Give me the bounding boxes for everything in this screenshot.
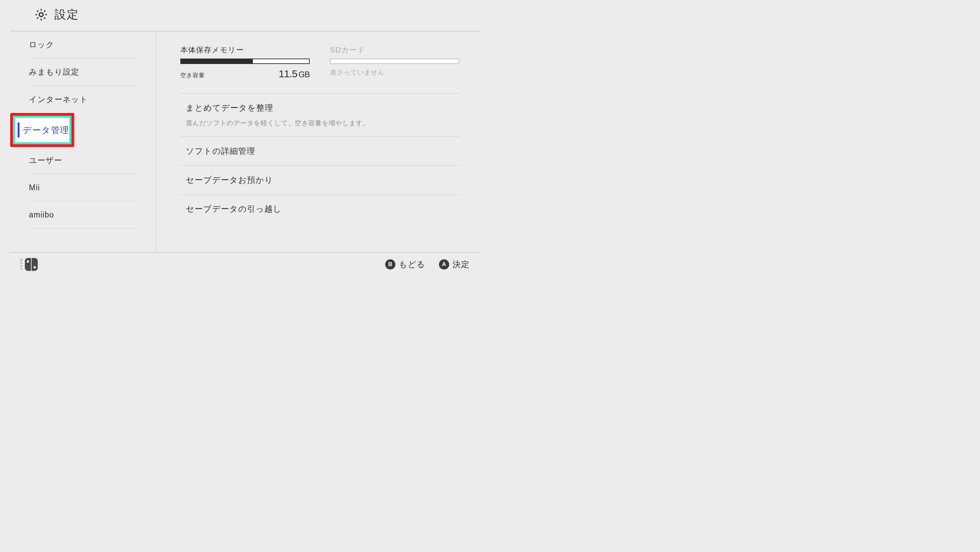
sidebar-item-parental[interactable]: みまもり設定 [29,59,137,86]
header: 設定 [10,0,480,31]
player-dot [21,259,22,261]
content-area: ロック みまもり設定 インターネット データ管理 [10,31,480,253]
sidebar-item-lock[interactable]: ロック [29,31,137,59]
menu-item-organize-data[interactable]: まとめてデータを整理 選んだソフトのデータを軽くして、空き容量を増やします。 [180,94,460,137]
sidebar-list: ロック みまもり設定 インターネット データ管理 [10,31,156,229]
main-panel: 本体保存メモリー 空き容量 11.5GB SDカード 差さっていません ま [156,31,480,253]
selection-indicator-bar [18,122,19,137]
sidebar-item-label: Mii [29,183,40,192]
storage-sd-status: 差さっていません [330,68,460,77]
footer: B もどる A 決定 [10,252,480,276]
sidebar-item-amiibo[interactable]: amiibo [29,202,137,229]
menu-item-title: セーブデータの引っ越し [186,204,454,215]
storage-sd-title: SDカード [330,45,460,55]
storage-free-value: 11.5GB [279,68,310,80]
joycon-left-icon [25,258,31,271]
storage-free-label: 空き容量 [180,72,205,79]
menu-item-title: まとめてデータを整理 [186,102,454,113]
selection-cursor: データ管理 [13,116,72,144]
storage-internal-fill [181,59,253,63]
menu-item-software-details[interactable]: ソフトの詳細管理 [180,137,460,166]
highlight-annotation: データ管理 [10,113,74,147]
storage-sd-bar [330,59,460,64]
menu-item-desc: 選んだソフトのデータを軽くして、空き容量を増やします。 [186,119,454,127]
a-button-icon: A [439,259,449,270]
sidebar-item-label: みまもり設定 [29,67,79,77]
sidebar-item-label: ユーザー [29,155,62,166]
b-button-icon: B [385,259,395,270]
storage-sd: SDカード 差さっていません [330,45,460,80]
sidebar-item-users[interactable]: ユーザー [29,147,137,174]
menu-item-save-cloud[interactable]: セーブデータお預かり [180,166,460,195]
ok-label: 決定 [453,259,469,270]
storage-internal-title: 本体保存メモリー [180,45,310,55]
sidebar-item-label: amiibo [29,210,54,220]
back-label: もどる [399,259,425,270]
sidebar-item-label: データ管理 [23,124,69,136]
player-dot [21,262,22,264]
player-dots [21,259,22,270]
joycon-right-icon [32,258,38,271]
back-button-hint[interactable]: B もどる [385,259,425,270]
storage-internal-bar [180,59,310,64]
sidebar-item-mii[interactable]: Mii [29,174,137,202]
ok-button-hint[interactable]: A 決定 [439,259,469,270]
sidebar-item-label: インターネット [29,94,88,105]
sidebar-item-internet[interactable]: インターネット [29,86,137,113]
gear-icon [34,8,48,22]
menu-item-save-transfer[interactable]: セーブデータの引っ越し [180,195,460,215]
storage-internal-info: 空き容量 11.5GB [180,68,310,80]
joycon-icon [25,258,38,271]
sidebar: ロック みまもり設定 インターネット データ管理 [10,31,156,253]
controller-indicator [21,258,38,271]
sidebar-item-data-management[interactable]: データ管理 [10,113,156,147]
svg-point-0 [39,13,43,16]
menu-item-title: ソフトの詳細管理 [186,146,454,157]
menu-item-title: セーブデータお預かり [186,175,454,186]
storage-internal: 本体保存メモリー 空き容量 11.5GB [180,45,310,80]
storage-value-unit: GB [298,70,310,79]
player-dot [21,268,22,270]
data-menu-section: まとめてデータを整理 選んだソフトのデータを軽くして、空き容量を増やします。 ソ… [180,93,460,215]
player-dot [21,265,22,267]
storage-summary: 本体保存メモリー 空き容量 11.5GB SDカード 差さっていません [180,45,460,80]
sidebar-item-label: ロック [29,40,54,50]
storage-value-number: 11.5 [279,68,297,79]
footer-button-hints: B もどる A 決定 [385,259,469,270]
page-title: 設定 [54,7,79,22]
